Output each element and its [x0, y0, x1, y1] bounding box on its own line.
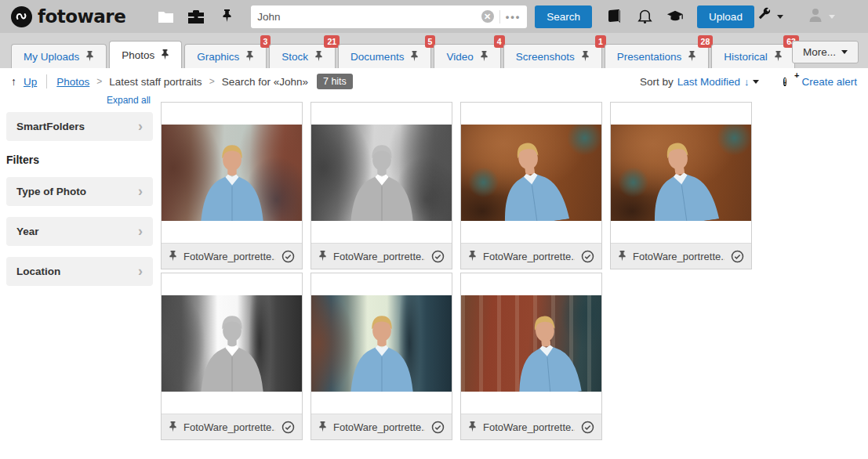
more-tabs-button[interactable]: More... [792, 41, 859, 63]
search-button[interactable]: Search [535, 5, 592, 28]
tab-pin-icon[interactable] [581, 51, 590, 63]
search-divider [499, 10, 500, 23]
select-check-icon[interactable] [281, 250, 295, 263]
smartfolders-panel[interactable]: SmartFolders › [6, 112, 153, 141]
search-options-icon[interactable]: ••• [506, 11, 521, 23]
tab-pin-icon[interactable] [161, 49, 169, 61]
asset-card[interactable]: FotoWare_portrette... [311, 102, 452, 269]
asset-thumbnail [461, 295, 601, 392]
asset-footer: FotoWare_portrette... [311, 243, 452, 269]
tab-label: Stock [281, 51, 308, 63]
briefcase-icon[interactable] [187, 8, 205, 25]
pin-icon[interactable] [468, 421, 477, 433]
breadcrumb-search-segment: Search for «John» [222, 76, 308, 88]
tab-label: Photos [122, 49, 154, 61]
sidebar: Expand all SmartFolders › Filters Type o… [0, 95, 157, 297]
archives-book-icon[interactable] [605, 8, 623, 25]
filter-label: Location [16, 266, 60, 277]
chevron-right-icon: › [138, 183, 143, 200]
asset-footer: FotoWare_portrette... [461, 414, 601, 439]
tab-pin-icon[interactable] [314, 51, 323, 63]
tab-stock[interactable]: Stock 21 [269, 44, 336, 68]
pin-icon[interactable] [169, 251, 177, 262]
fotoware-logo[interactable]: fotoware [11, 6, 125, 27]
clear-search-icon[interactable]: ✕ [481, 10, 494, 23]
expand-all-link[interactable]: Expand all [0, 95, 157, 106]
filters-heading: Filters [6, 154, 157, 166]
chevron-right-icon: › [138, 223, 143, 240]
tab-presentations[interactable]: Presentations 28 [605, 44, 710, 68]
asset-card[interactable]: FotoWare_portrette... [161, 273, 303, 440]
pin-icon[interactable] [468, 251, 477, 262]
create-alert-button[interactable]: !+ Create alert [783, 75, 857, 88]
sort-dropdown[interactable]: Sort by Last Modified ↓ [640, 76, 760, 88]
hits-count-badge: 7 hits [317, 74, 353, 89]
asset-filename: FotoWare_portrette... [483, 251, 575, 262]
search-box: ✕ ••• [251, 5, 527, 28]
tab-pin-icon[interactable] [688, 51, 696, 63]
breadcrumb-photos-link[interactable]: Photos [56, 76, 89, 88]
asset-filename: FotoWare_portrette... [633, 251, 725, 262]
chevron-right-icon: › [138, 263, 143, 280]
select-check-icon[interactable] [731, 250, 744, 263]
tab-graphics[interactable]: Graphics 3 [184, 44, 267, 68]
search-input[interactable] [257, 11, 481, 23]
pin-icon[interactable] [318, 251, 327, 262]
asset-card[interactable]: FotoWare_portrette... [460, 102, 602, 269]
asset-footer: FotoWare_portrette... [162, 243, 302, 269]
breadcrumb: ↑ Up Photos > Latest staff portraits > S… [0, 68, 868, 95]
filter-type-of-photo[interactable]: Type of Photo › [6, 177, 153, 206]
asset-footer: FotoWare_portrette... [311, 414, 452, 439]
asset-card[interactable]: FotoWare_portrette... [311, 273, 452, 440]
tab-pin-icon[interactable] [85, 51, 94, 63]
asset-card[interactable]: FotoWare_portrette... [460, 273, 602, 440]
tools-menu[interactable] [757, 7, 783, 26]
pin-icon[interactable] [318, 421, 327, 433]
caret-down-icon [777, 15, 783, 19]
notifications-bell-icon[interactable] [636, 8, 653, 25]
select-check-icon[interactable] [431, 421, 445, 434]
user-avatar-icon [807, 6, 824, 27]
filter-year[interactable]: Year › [6, 217, 153, 246]
tab-pin-icon[interactable] [245, 51, 254, 63]
asset-thumbnail [311, 295, 452, 392]
tab-photos[interactable]: Photos [109, 41, 182, 68]
more-label: More... [803, 46, 836, 58]
tab-label: My Uploads [24, 51, 79, 63]
user-menu[interactable] [807, 6, 835, 27]
upload-button[interactable]: Upload [697, 5, 754, 28]
asset-card[interactable]: FotoWare_portrette... [161, 102, 303, 269]
fotoware-app: fotoware ✕ ••• Search [0, 0, 868, 459]
brand-name: fotoware [38, 6, 125, 27]
pin-icon[interactable] [618, 251, 626, 262]
tab-pin-icon[interactable] [774, 51, 783, 63]
tab-label: Historical [724, 51, 768, 63]
tab-documents[interactable]: Documents 5 [338, 44, 431, 68]
pin-icon[interactable] [169, 421, 177, 433]
tab-pin-icon[interactable] [410, 51, 419, 63]
select-check-icon[interactable] [431, 250, 445, 263]
asset-filename: FotoWare_portrette... [183, 421, 275, 433]
tab-label: Video [446, 51, 473, 63]
tab-my-uploads[interactable]: My Uploads [11, 44, 107, 68]
asset-filename: FotoWare_portrette... [183, 251, 275, 262]
asset-card[interactable]: FotoWare_portrette... [610, 102, 752, 269]
archive-tab-bar: My Uploads Photos Graphics 3 Stock 21 Do… [0, 33, 868, 68]
filter-location[interactable]: Location › [6, 257, 153, 286]
folder-icon[interactable] [157, 8, 174, 25]
select-check-icon[interactable] [281, 421, 295, 434]
tab-historical[interactable]: Historical 63 [711, 44, 795, 68]
tab-pin-icon[interactable] [480, 51, 488, 63]
breadcrumb-up-link[interactable]: Up [24, 76, 37, 88]
sort-desc-icon: ↓ [744, 76, 750, 88]
breadcrumb-divider [46, 74, 47, 89]
select-check-icon[interactable] [581, 250, 594, 263]
pin-icon[interactable] [218, 8, 235, 25]
filter-label: Type of Photo [16, 186, 86, 197]
tab-screenshots[interactable]: Screenshots 1 [503, 44, 602, 68]
sort-value: Last Modified [677, 76, 740, 88]
asset-footer: FotoWare_portrette... [162, 414, 302, 439]
tutorials-graduation-cap-icon[interactable] [666, 8, 684, 25]
tab-video[interactable]: Video 4 [434, 44, 500, 68]
select-check-icon[interactable] [581, 421, 594, 434]
